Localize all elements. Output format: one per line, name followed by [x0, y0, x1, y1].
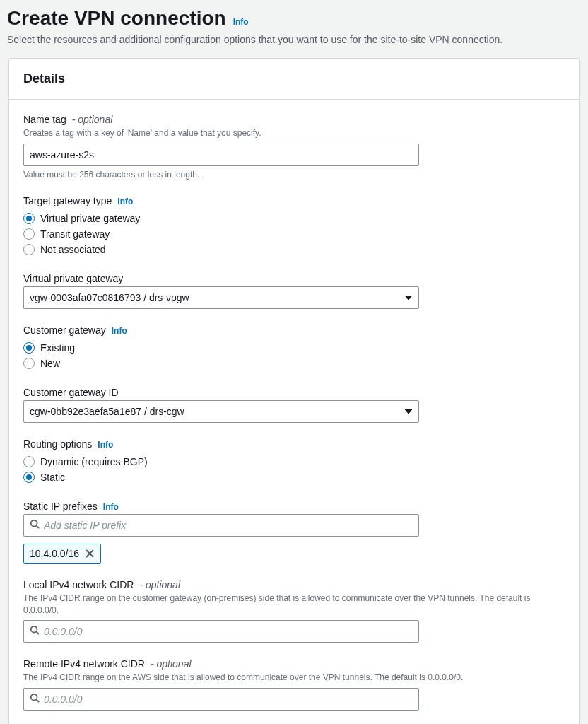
local-cidr-input[interactable]: [44, 626, 413, 637]
static-prefix-input-wrap[interactable]: [23, 514, 419, 537]
svg-point-6: [31, 694, 37, 701]
name-tag-input[interactable]: [23, 144, 419, 166]
search-icon: [30, 519, 40, 532]
customer-gateway-new-label: New: [40, 358, 60, 369]
local-cidr-input-wrap[interactable]: [23, 620, 419, 643]
customer-gateway-label: Customer gateway: [23, 325, 106, 336]
customer-gateway-existing-radio[interactable]: Existing: [23, 340, 565, 356]
search-icon: [30, 625, 40, 638]
details-header: Details: [23, 71, 565, 86]
name-tag-constraint: Value must be 256 characters or less in …: [23, 170, 565, 180]
svg-line-5: [37, 632, 40, 635]
routing-static-label: Static: [40, 472, 65, 483]
page-info-link[interactable]: Info: [233, 17, 249, 27]
target-gateway-none-label: Not associated: [40, 244, 106, 255]
customer-gateway-info-link[interactable]: Info: [112, 326, 127, 336]
name-tag-optional: - optional: [72, 114, 113, 125]
vpg-select[interactable]: vgw-0003afa07c0816793 / drs-vpgw: [23, 286, 419, 309]
local-cidr-label: Local IPv4 network CIDR: [23, 579, 134, 590]
target-gateway-tgw-radio[interactable]: Transit gateway: [23, 226, 565, 242]
remote-cidr-label: Remote IPv4 network CIDR: [23, 658, 145, 670]
routing-info-link[interactable]: Info: [98, 440, 113, 450]
radio-selected-icon: [23, 213, 35, 224]
name-tag-helper: Creates a tag with a key of 'Name' and a…: [23, 127, 565, 139]
radio-unselected-icon: [23, 228, 35, 240]
svg-line-7: [37, 700, 40, 703]
remote-cidr-input[interactable]: [44, 694, 413, 705]
customer-gateway-new-radio[interactable]: New: [23, 356, 565, 371]
local-cidr-optional: - optional: [139, 579, 180, 590]
remote-cidr-input-wrap[interactable]: [23, 688, 419, 711]
target-gateway-tgw-label: Transit gateway: [40, 228, 110, 240]
radio-unselected-icon: [23, 358, 35, 369]
routing-dynamic-radio[interactable]: Dynamic (requires BGP): [23, 454, 565, 469]
routing-label: Routing options: [23, 438, 92, 450]
svg-line-1: [37, 525, 40, 528]
remove-token-button[interactable]: [85, 549, 95, 559]
cgw-id-select[interactable]: cgw-0bb92e3aefa5a1e87 / drs-cgw: [23, 400, 419, 423]
radio-unselected-icon: [23, 244, 35, 255]
remote-cidr-helper: The IPv4 CIDR range on the AWS side that…: [23, 672, 565, 684]
target-gateway-info-link[interactable]: Info: [117, 197, 133, 206]
vpg-label: Virtual private gateway: [23, 273, 123, 284]
static-prefix-token: 10.4.0.0/16: [23, 544, 101, 564]
target-gateway-none-radio[interactable]: Not associated: [23, 242, 565, 257]
target-gateway-vpg-label: Virtual private gateway: [40, 213, 140, 224]
target-gateway-vpg-radio[interactable]: Virtual private gateway: [23, 211, 565, 226]
radio-selected-icon: [23, 472, 35, 483]
radio-selected-icon: [23, 342, 35, 354]
page-description: Select the resources and additional conf…: [7, 34, 581, 45]
svg-point-4: [31, 626, 37, 633]
svg-point-0: [31, 520, 37, 527]
remote-cidr-optional: - optional: [151, 658, 192, 670]
search-icon: [30, 693, 40, 706]
local-cidr-helper: The IPv4 CIDR range on the customer gate…: [23, 592, 565, 617]
routing-dynamic-label: Dynamic (requires BGP): [40, 456, 148, 467]
details-panel: Details Name tag - optional Creates a ta…: [8, 58, 580, 724]
static-prefix-token-text: 10.4.0.0/16: [30, 548, 79, 559]
routing-static-radio[interactable]: Static: [23, 469, 565, 485]
target-gateway-label: Target gateway type: [23, 195, 112, 206]
static-prefixes-info-link[interactable]: Info: [103, 502, 119, 512]
page-title: Create VPN connection: [7, 7, 226, 30]
static-prefix-input[interactable]: [44, 520, 413, 531]
name-tag-label: Name tag: [23, 114, 66, 125]
cgw-id-label: Customer gateway ID: [23, 387, 119, 398]
radio-unselected-icon: [23, 456, 35, 467]
static-prefixes-label: Static IP prefixes: [23, 501, 98, 512]
customer-gateway-existing-label: Existing: [40, 342, 75, 354]
